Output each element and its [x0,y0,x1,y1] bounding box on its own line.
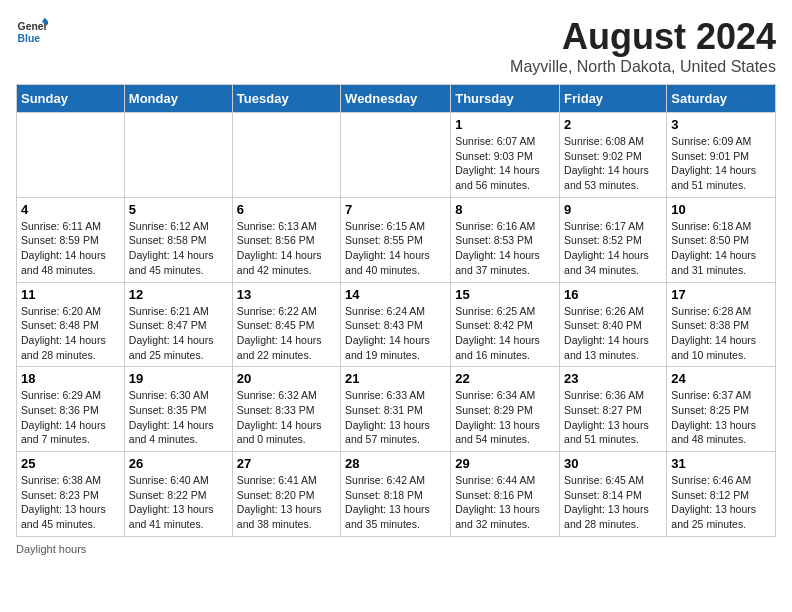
calendar-cell: 24Sunrise: 6:37 AM Sunset: 8:25 PM Dayli… [667,367,776,452]
calendar-cell: 1Sunrise: 6:07 AM Sunset: 9:03 PM Daylig… [451,113,560,198]
day-number: 2 [564,117,662,132]
day-info: Sunrise: 6:45 AM Sunset: 8:14 PM Dayligh… [564,473,662,532]
calendar-cell: 16Sunrise: 6:26 AM Sunset: 8:40 PM Dayli… [560,282,667,367]
day-info: Sunrise: 6:34 AM Sunset: 8:29 PM Dayligh… [455,388,555,447]
day-number: 15 [455,287,555,302]
location-title: Mayville, North Dakota, United States [510,58,776,76]
day-info: Sunrise: 6:08 AM Sunset: 9:02 PM Dayligh… [564,134,662,193]
day-number: 23 [564,371,662,386]
page-header: General Blue August 2024 Mayville, North… [16,16,776,76]
day-info: Sunrise: 6:29 AM Sunset: 8:36 PM Dayligh… [21,388,120,447]
day-number: 18 [21,371,120,386]
calendar-cell [341,113,451,198]
day-number: 24 [671,371,771,386]
calendar-week-row: 25Sunrise: 6:38 AM Sunset: 8:23 PM Dayli… [17,452,776,537]
weekday-header: Sunday [17,85,125,113]
footer-note: Daylight hours [16,543,776,555]
calendar-cell: 17Sunrise: 6:28 AM Sunset: 8:38 PM Dayli… [667,282,776,367]
day-number: 4 [21,202,120,217]
month-title: August 2024 [510,16,776,58]
day-info: Sunrise: 6:28 AM Sunset: 8:38 PM Dayligh… [671,304,771,363]
day-info: Sunrise: 6:42 AM Sunset: 8:18 PM Dayligh… [345,473,446,532]
day-info: Sunrise: 6:30 AM Sunset: 8:35 PM Dayligh… [129,388,228,447]
svg-text:Blue: Blue [18,33,41,44]
day-info: Sunrise: 6:38 AM Sunset: 8:23 PM Dayligh… [21,473,120,532]
day-number: 12 [129,287,228,302]
calendar-cell: 11Sunrise: 6:20 AM Sunset: 8:48 PM Dayli… [17,282,125,367]
calendar-cell: 25Sunrise: 6:38 AM Sunset: 8:23 PM Dayli… [17,452,125,537]
calendar-cell: 8Sunrise: 6:16 AM Sunset: 8:53 PM Daylig… [451,197,560,282]
day-number: 21 [345,371,446,386]
calendar-table: SundayMondayTuesdayWednesdayThursdayFrid… [16,84,776,537]
day-number: 16 [564,287,662,302]
calendar-cell: 9Sunrise: 6:17 AM Sunset: 8:52 PM Daylig… [560,197,667,282]
calendar-cell: 14Sunrise: 6:24 AM Sunset: 8:43 PM Dayli… [341,282,451,367]
day-number: 31 [671,456,771,471]
day-info: Sunrise: 6:07 AM Sunset: 9:03 PM Dayligh… [455,134,555,193]
day-info: Sunrise: 6:15 AM Sunset: 8:55 PM Dayligh… [345,219,446,278]
day-number: 3 [671,117,771,132]
day-info: Sunrise: 6:41 AM Sunset: 8:20 PM Dayligh… [237,473,336,532]
logo: General Blue [16,16,48,48]
calendar-cell: 5Sunrise: 6:12 AM Sunset: 8:58 PM Daylig… [124,197,232,282]
day-number: 28 [345,456,446,471]
weekday-header: Saturday [667,85,776,113]
calendar-header-row: SundayMondayTuesdayWednesdayThursdayFrid… [17,85,776,113]
day-number: 25 [21,456,120,471]
title-area: August 2024 Mayville, North Dakota, Unit… [510,16,776,76]
day-number: 22 [455,371,555,386]
calendar-week-row: 1Sunrise: 6:07 AM Sunset: 9:03 PM Daylig… [17,113,776,198]
day-info: Sunrise: 6:20 AM Sunset: 8:48 PM Dayligh… [21,304,120,363]
day-number: 9 [564,202,662,217]
calendar-cell [232,113,340,198]
day-number: 14 [345,287,446,302]
day-number: 30 [564,456,662,471]
day-info: Sunrise: 6:24 AM Sunset: 8:43 PM Dayligh… [345,304,446,363]
calendar-cell: 21Sunrise: 6:33 AM Sunset: 8:31 PM Dayli… [341,367,451,452]
calendar-cell: 19Sunrise: 6:30 AM Sunset: 8:35 PM Dayli… [124,367,232,452]
calendar-cell: 7Sunrise: 6:15 AM Sunset: 8:55 PM Daylig… [341,197,451,282]
day-info: Sunrise: 6:44 AM Sunset: 8:16 PM Dayligh… [455,473,555,532]
logo-icon: General Blue [16,16,48,48]
day-info: Sunrise: 6:21 AM Sunset: 8:47 PM Dayligh… [129,304,228,363]
calendar-cell: 10Sunrise: 6:18 AM Sunset: 8:50 PM Dayli… [667,197,776,282]
calendar-cell: 23Sunrise: 6:36 AM Sunset: 8:27 PM Dayli… [560,367,667,452]
calendar-cell: 26Sunrise: 6:40 AM Sunset: 8:22 PM Dayli… [124,452,232,537]
day-info: Sunrise: 6:11 AM Sunset: 8:59 PM Dayligh… [21,219,120,278]
day-info: Sunrise: 6:22 AM Sunset: 8:45 PM Dayligh… [237,304,336,363]
day-number: 5 [129,202,228,217]
day-info: Sunrise: 6:16 AM Sunset: 8:53 PM Dayligh… [455,219,555,278]
calendar-cell: 6Sunrise: 6:13 AM Sunset: 8:56 PM Daylig… [232,197,340,282]
day-number: 20 [237,371,336,386]
day-number: 17 [671,287,771,302]
day-info: Sunrise: 6:36 AM Sunset: 8:27 PM Dayligh… [564,388,662,447]
day-info: Sunrise: 6:17 AM Sunset: 8:52 PM Dayligh… [564,219,662,278]
calendar-cell [17,113,125,198]
day-info: Sunrise: 6:26 AM Sunset: 8:40 PM Dayligh… [564,304,662,363]
weekday-header: Tuesday [232,85,340,113]
day-info: Sunrise: 6:33 AM Sunset: 8:31 PM Dayligh… [345,388,446,447]
calendar-cell: 30Sunrise: 6:45 AM Sunset: 8:14 PM Dayli… [560,452,667,537]
calendar-cell: 29Sunrise: 6:44 AM Sunset: 8:16 PM Dayli… [451,452,560,537]
calendar-cell [124,113,232,198]
day-info: Sunrise: 6:12 AM Sunset: 8:58 PM Dayligh… [129,219,228,278]
svg-text:General: General [18,21,48,32]
day-info: Sunrise: 6:09 AM Sunset: 9:01 PM Dayligh… [671,134,771,193]
calendar-cell: 31Sunrise: 6:46 AM Sunset: 8:12 PM Dayli… [667,452,776,537]
calendar-week-row: 4Sunrise: 6:11 AM Sunset: 8:59 PM Daylig… [17,197,776,282]
day-number: 6 [237,202,336,217]
day-number: 7 [345,202,446,217]
calendar-cell: 27Sunrise: 6:41 AM Sunset: 8:20 PM Dayli… [232,452,340,537]
calendar-week-row: 11Sunrise: 6:20 AM Sunset: 8:48 PM Dayli… [17,282,776,367]
calendar-cell: 2Sunrise: 6:08 AM Sunset: 9:02 PM Daylig… [560,113,667,198]
calendar-cell: 22Sunrise: 6:34 AM Sunset: 8:29 PM Dayli… [451,367,560,452]
day-number: 10 [671,202,771,217]
weekday-header: Friday [560,85,667,113]
day-info: Sunrise: 6:18 AM Sunset: 8:50 PM Dayligh… [671,219,771,278]
day-number: 19 [129,371,228,386]
calendar-cell: 18Sunrise: 6:29 AM Sunset: 8:36 PM Dayli… [17,367,125,452]
calendar-cell: 28Sunrise: 6:42 AM Sunset: 8:18 PM Dayli… [341,452,451,537]
day-info: Sunrise: 6:40 AM Sunset: 8:22 PM Dayligh… [129,473,228,532]
day-info: Sunrise: 6:32 AM Sunset: 8:33 PM Dayligh… [237,388,336,447]
day-number: 26 [129,456,228,471]
